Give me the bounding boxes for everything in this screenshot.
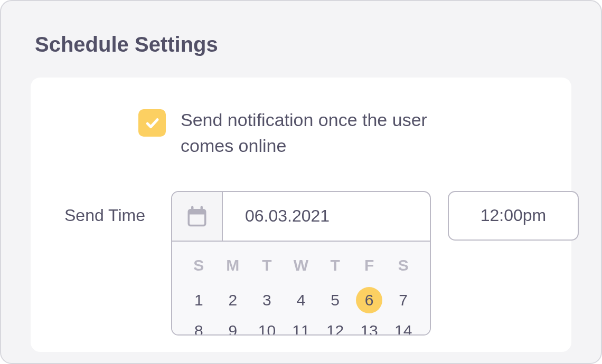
calendar-day[interactable]: 3 [251,287,283,313]
calendar-day[interactable]: 11 [285,322,317,334]
date-picker-header: 06.03.2021 [172,192,430,242]
page-title: Schedule Settings [8,8,594,56]
calendar-day-header: F [353,252,385,279]
calendar-day-header: T [251,252,283,279]
calendar-day[interactable]: 12 [319,322,351,334]
time-picker[interactable]: 12:00pm [448,191,579,241]
notification-checkbox-label: Send notification once the user comes on… [181,107,476,159]
calendar-day[interactable]: 9 [217,322,249,334]
schedule-settings-frame: Schedule Settings Send notification once… [0,0,602,364]
check-icon [144,115,160,131]
calendar-icon-button[interactable] [172,192,223,241]
schedule-settings-panel: Schedule Settings Send notification once… [8,8,594,356]
calendar-day[interactable]: 4 [285,287,317,313]
calendar-day-header: S [387,252,419,279]
svg-rect-1 [189,209,205,214]
calendar-day[interactable]: 8 [183,322,215,334]
send-time-label: Send Time [64,191,154,225]
calendar-grid: SMTWTFS1234567891011121314 [183,252,419,334]
calendar-day[interactable]: 7 [387,287,419,313]
calendar-day[interactable]: 2 [217,287,249,313]
calendar-day[interactable]: 14 [387,322,419,334]
calendar-day-header: W [285,252,317,279]
notification-checkbox[interactable] [138,109,166,137]
calendar-day-header: S [183,252,215,279]
send-time-row: Send Time 06.03.2021 [64,191,538,336]
calendar-icon [186,205,208,227]
schedule-card: Send notification once the user comes on… [31,78,571,352]
date-input[interactable]: 06.03.2021 [223,192,430,241]
calendar-day[interactable]: 13 [353,322,385,334]
calendar-day[interactable]: 1 [183,287,215,313]
calendar-day-header: T [319,252,351,279]
calendar-body: SMTWTFS1234567891011121314 [172,242,430,334]
calendar-day[interactable]: 6 [353,287,385,313]
calendar-day-header: M [217,252,249,279]
calendar-day[interactable]: 5 [319,287,351,313]
calendar-day[interactable]: 10 [251,322,283,334]
date-picker: 06.03.2021 SMTWTFS1234567891011121314 [171,191,431,336]
notification-checkbox-row: Send notification once the user comes on… [138,107,538,159]
